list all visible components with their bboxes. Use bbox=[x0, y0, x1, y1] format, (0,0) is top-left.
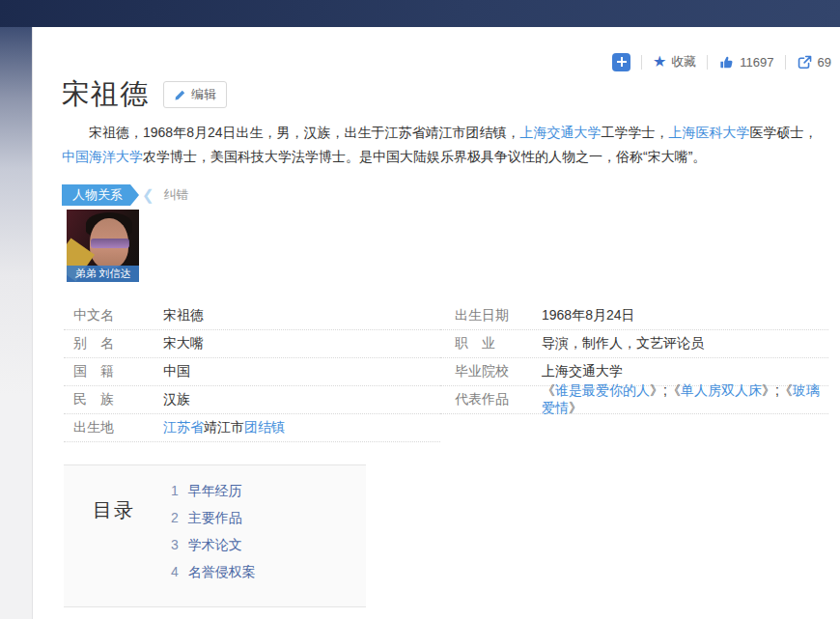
link-shanghai-jiaotong[interactable]: 上海交通大学 bbox=[520, 125, 602, 140]
favorite-label: 收藏 bbox=[671, 53, 696, 70]
row-value: 中国 bbox=[163, 363, 190, 380]
table-row-birthplace: 出生地 江苏省靖江市团结镇 bbox=[64, 414, 440, 442]
toolbar-divider bbox=[641, 55, 642, 70]
link-jiangsu[interactable]: 江苏省 bbox=[163, 419, 204, 435]
bracket: 《 bbox=[779, 382, 793, 398]
summary-text: 工学学士， bbox=[602, 125, 669, 140]
toc-item-3[interactable]: 3学术论文 bbox=[171, 531, 256, 558]
infobox-right-column: 出生日期 1968年8月24日 职 业 导演，制作人，文艺评论员 毕业院校 上海… bbox=[440, 302, 828, 442]
table-row: 中文名 宋祖德 bbox=[64, 302, 440, 330]
background-left-gradient bbox=[0, 27, 32, 619]
toc-link-academic-papers[interactable]: 学术论文 bbox=[188, 537, 242, 552]
table-row: 民 族 汉族 bbox=[64, 386, 440, 414]
toc-number: 2 bbox=[171, 510, 179, 525]
share-button[interactable]: 69 bbox=[797, 54, 831, 70]
toc-number: 4 bbox=[171, 564, 179, 579]
toolbar-divider bbox=[707, 55, 708, 70]
star-icon: ★ bbox=[653, 54, 666, 70]
toc-link-early-life[interactable]: 早年经历 bbox=[188, 483, 242, 498]
row-label: 别 名 bbox=[64, 335, 163, 352]
relation-photo[interactable]: 弟弟 刘信达 bbox=[67, 210, 139, 282]
row-label: 中文名 bbox=[64, 307, 163, 324]
toc-title: 目录 bbox=[93, 497, 135, 523]
toc-number: 3 bbox=[171, 537, 179, 552]
thumbs-up-icon bbox=[718, 54, 735, 70]
bracket: 《 bbox=[667, 382, 681, 398]
toolbar: ★ 收藏 11697 69 bbox=[612, 50, 831, 73]
photo-caption: 弟弟 刘信达 bbox=[67, 266, 139, 282]
photo-sunglasses-shape bbox=[91, 239, 129, 248]
toc-box: 目录 1早年经历 2主要作品 3学术论文 4名誉侵权案 bbox=[64, 464, 366, 607]
table-row: 别 名 宋大嘴 bbox=[64, 330, 440, 358]
row-label: 国 籍 bbox=[64, 363, 163, 380]
toc-link-defamation-case[interactable]: 名誉侵权案 bbox=[188, 564, 256, 579]
row-label: 民 族 bbox=[64, 391, 163, 408]
share-icon bbox=[797, 54, 813, 70]
error-correction-link[interactable]: 纠错 bbox=[164, 186, 189, 204]
table-row-works: 代表作品 《谁是最爱你的人》;《单人房双人床》;《玻璃爱情》 bbox=[440, 386, 828, 414]
plus-icon bbox=[617, 57, 627, 67]
row-value: 1968年8月24日 bbox=[542, 307, 635, 324]
app-download-icon[interactable] bbox=[612, 53, 630, 71]
row-value: 宋大嘴 bbox=[163, 335, 204, 352]
page-title: 宋祖德 bbox=[62, 75, 149, 114]
row-label: 代表作品 bbox=[440, 391, 542, 408]
relationship-module: 人物关系 ❮ 纠错 bbox=[62, 184, 189, 206]
relationship-tab[interactable]: 人物关系 bbox=[62, 184, 139, 206]
bracket: 》 bbox=[650, 382, 663, 398]
birthplace-plain-text: 靖江市 bbox=[204, 419, 244, 435]
infobox: 中文名 宋祖德 别 名 宋大嘴 国 籍 中国 民 族 汉族 出生地 江苏省靖江市… bbox=[64, 302, 828, 442]
like-count: 11697 bbox=[740, 55, 773, 70]
title-row: 宋祖德 编辑 bbox=[62, 75, 227, 114]
share-count: 69 bbox=[818, 55, 831, 70]
row-value: 宋祖德 bbox=[163, 307, 204, 324]
toc-list: 1早年经历 2主要作品 3学术论文 4名誉侵权案 bbox=[171, 477, 256, 585]
chevron-left-icon: ❮ bbox=[142, 186, 154, 204]
row-value: 《谁是最爱你的人》;《单人房双人床》;《玻璃爱情》 bbox=[542, 382, 828, 417]
row-label: 出生日期 bbox=[440, 307, 542, 324]
row-value: 汉族 bbox=[163, 391, 190, 408]
link-work-1[interactable]: 谁是最爱你的人 bbox=[555, 382, 650, 398]
table-row: 国 籍 中国 bbox=[64, 358, 440, 386]
summary-text: 农学博士，美国科技大学法学博士。是中国大陆娱乐界极具争议性的人物之一，俗称“宋大… bbox=[143, 149, 706, 164]
bracket: 》 bbox=[762, 382, 775, 398]
link-tuanjie-town[interactable]: 团结镇 bbox=[244, 419, 285, 435]
content-card: ★ 收藏 11697 69 宋祖德 编辑 宋祖德， bbox=[32, 27, 840, 619]
toc-item-2[interactable]: 2主要作品 bbox=[171, 504, 256, 531]
edit-label: 编辑 bbox=[191, 86, 216, 103]
row-label: 出生地 bbox=[64, 419, 163, 436]
bracket: 》 bbox=[569, 400, 582, 415]
row-label: 毕业院校 bbox=[440, 363, 542, 380]
summary-text: 宋祖德，1968年8月24日出生，男，汉族，出生于江苏省靖江市团结镇， bbox=[89, 125, 520, 140]
row-label: 职 业 bbox=[440, 335, 542, 352]
edit-button[interactable]: 编辑 bbox=[163, 81, 227, 108]
link-shanghai-medical[interactable]: 上海医科大学 bbox=[669, 125, 750, 140]
row-value: 上海交通大学 bbox=[542, 363, 623, 380]
toc-item-1[interactable]: 1早年经历 bbox=[171, 477, 256, 504]
infobox-left-column: 中文名 宋祖德 别 名 宋大嘴 国 籍 中国 民 族 汉族 出生地 江苏省靖江市… bbox=[64, 302, 440, 442]
toc-link-major-works[interactable]: 主要作品 bbox=[188, 510, 242, 525]
table-row: 职 业 导演，制作人，文艺评论员 bbox=[440, 330, 828, 358]
bracket: 《 bbox=[542, 382, 555, 398]
summary-text: 医学硕士， bbox=[750, 125, 818, 140]
link-work-2[interactable]: 单人房双人床 bbox=[681, 382, 762, 398]
table-row: 出生日期 1968年8月24日 bbox=[440, 302, 828, 330]
toolbar-divider bbox=[785, 55, 786, 70]
row-value: 导演，制作人，文艺评论员 bbox=[542, 335, 704, 352]
like-button[interactable]: 11697 bbox=[718, 54, 773, 70]
pencil-icon bbox=[174, 89, 186, 101]
summary-paragraph: 宋祖德，1968年8月24日出生，男，汉族，出生于江苏省靖江市团结镇，上海交通大… bbox=[62, 121, 828, 169]
row-value: 江苏省靖江市团结镇 bbox=[163, 419, 285, 436]
background-top-bar bbox=[0, 0, 840, 27]
favorite-button[interactable]: ★ 收藏 bbox=[653, 53, 696, 70]
toc-item-4[interactable]: 4名誉侵权案 bbox=[171, 558, 256, 585]
toc-number: 1 bbox=[171, 483, 179, 498]
link-ocean-university[interactable]: 中国海洋大学 bbox=[62, 149, 143, 164]
